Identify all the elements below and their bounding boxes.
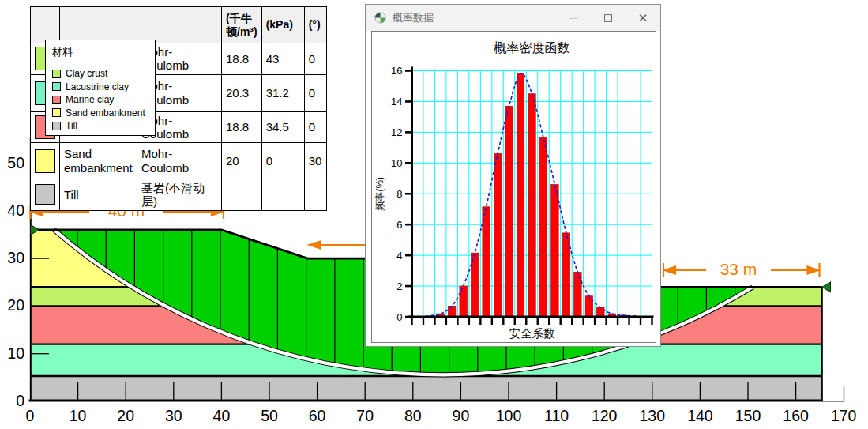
chart-panel: 0246810121416概率密度函数安全系数频率(%) xyxy=(371,31,656,343)
legend-title: 材料 xyxy=(52,45,148,59)
svg-text:14: 14 xyxy=(391,96,402,107)
svg-text:100: 100 xyxy=(496,407,522,424)
svg-text:150: 150 xyxy=(735,407,761,424)
x-axis-labels: 0102030405060708090100110120130140150160… xyxy=(26,407,857,424)
svg-text:10: 10 xyxy=(7,344,24,362)
svg-text:40: 40 xyxy=(7,201,24,219)
svg-text:70: 70 xyxy=(356,407,374,424)
col-cohesion: (kPa) xyxy=(261,7,304,43)
svg-text:0: 0 xyxy=(396,311,402,323)
svg-text:160: 160 xyxy=(783,407,809,424)
arrowhead-right-33m xyxy=(808,267,819,274)
swatch-sand-embankment xyxy=(35,149,55,173)
svg-text:4: 4 xyxy=(396,250,402,262)
arrowhead-left-33m xyxy=(665,267,676,274)
legend-item: Marine clay xyxy=(52,93,148,107)
arrowhead-middle-dim xyxy=(310,242,321,249)
legend-item: Till xyxy=(52,119,148,133)
geostudio-logo-icon xyxy=(374,12,386,24)
swatch-till xyxy=(35,184,55,205)
col-phi: (°) xyxy=(304,7,326,43)
svg-text:110: 110 xyxy=(544,407,569,424)
svg-text:50: 50 xyxy=(7,154,24,171)
legend-item: Clay crust xyxy=(52,67,148,81)
svg-text:8: 8 xyxy=(396,188,402,200)
svg-text:10: 10 xyxy=(391,157,402,169)
svg-text:120: 120 xyxy=(592,407,618,424)
legend-swatch-marine-clay xyxy=(52,96,61,104)
svg-text:140: 140 xyxy=(687,407,713,424)
svg-text:80: 80 xyxy=(404,407,422,424)
svg-text:12: 12 xyxy=(391,126,402,138)
minimize-button[interactable]: ─ xyxy=(556,5,591,31)
svg-text:90: 90 xyxy=(453,407,470,424)
pdf-histogram-chart: 0246810121416概率密度函数安全系数频率(%) xyxy=(372,32,656,342)
svg-text:16: 16 xyxy=(391,65,402,77)
chart-y-axis-label: 频率(%) xyxy=(374,177,385,212)
materials-header-row: (千牛 顿/m³) (kPa) (°) xyxy=(31,7,327,43)
chart-title: 概率密度函数 xyxy=(494,41,570,55)
svg-text:30: 30 xyxy=(165,407,182,424)
legend-swatch-lacustrine-clay xyxy=(52,82,61,91)
svg-text:170: 170 xyxy=(831,407,857,424)
window-titlebar[interactable]: 概率数据 ─ ✕ xyxy=(366,5,660,31)
legend-swatch-sand-embankment xyxy=(52,108,61,117)
materials-legend: 材料 Clay crust Lacustrine clay Marine cla… xyxy=(45,40,156,136)
legend-item: Lacustrine clay xyxy=(52,81,148,94)
svg-text:50: 50 xyxy=(261,407,278,424)
chart-y-tick-labels: 0246810121416 xyxy=(391,65,402,323)
legend-item: Sand embankment xyxy=(52,107,148,120)
chart-x-axis-label: 安全系数 xyxy=(509,327,556,340)
layer-till xyxy=(30,376,822,401)
legend-swatch-clay-crust xyxy=(52,70,61,78)
svg-text:40: 40 xyxy=(213,407,231,424)
y-axis-labels: 01020304050 xyxy=(7,154,24,410)
col-unit-weight: (千牛 顿/m³) xyxy=(222,7,262,43)
table-row: Sand embankment Mohr-Coulomb 20 0 30 xyxy=(31,143,327,179)
dimension-label-33m: 33 m xyxy=(706,260,771,279)
legend-swatch-till xyxy=(52,122,61,130)
table-row: Till 基岩(不滑动层) xyxy=(31,179,327,211)
probability-data-window: 概率数据 ─ ✕ 0246810121416概率密度函数安全系数频率(%) xyxy=(365,4,661,347)
svg-text:0: 0 xyxy=(16,392,24,409)
slip-exit-marker xyxy=(822,282,831,292)
svg-text:0: 0 xyxy=(26,407,35,424)
maximize-button[interactable] xyxy=(591,5,626,31)
close-button[interactable]: ✕ xyxy=(626,5,660,31)
svg-text:30: 30 xyxy=(7,249,24,266)
geostudio-canvas: 0102030405060708090100110120130140150160… xyxy=(0,0,868,429)
svg-text:20: 20 xyxy=(117,407,134,424)
svg-text:60: 60 xyxy=(309,407,326,424)
svg-text:6: 6 xyxy=(396,219,402,231)
svg-text:20: 20 xyxy=(7,296,24,314)
window-title: 概率数据 xyxy=(393,11,556,25)
svg-text:130: 130 xyxy=(640,407,666,424)
svg-text:10: 10 xyxy=(70,407,87,424)
svg-text:2: 2 xyxy=(396,280,402,292)
